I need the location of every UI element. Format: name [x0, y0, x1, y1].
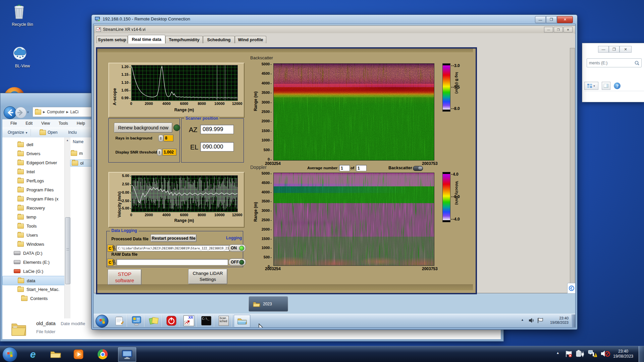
taskbar-shutdown-icon[interactable] [163, 315, 179, 327]
change-lidar-settings-button[interactable]: Change LiDARSettings [188, 269, 227, 284]
start-button[interactable] [2, 347, 17, 362]
close-button[interactable]: ✕ [557, 16, 573, 23]
tray-action-center-icon[interactable] [565, 350, 572, 359]
tree-item-intel[interactable]: Intel [2, 167, 64, 176]
taskbar-notepad-icon[interactable] [111, 315, 127, 327]
average-number-field-2[interactable]: 1 [356, 165, 367, 171]
tree-item-data-d-[interactable]: DATA (D:) [2, 249, 64, 257]
restore-button[interactable]: ❐ [554, 27, 563, 33]
tab-system-setup[interactable]: System setup [96, 36, 128, 43]
remote-start-button[interactable] [96, 315, 108, 327]
help-icon[interactable]: ? [614, 82, 621, 89]
breadcrumb[interactable]: ▶ Computer ▶ LaCi [33, 107, 96, 117]
show-desktop-button[interactable] [639, 346, 644, 362]
backscatter-toggle-switch[interactable] [413, 166, 423, 171]
nav-dropdown-icon[interactable]: ▼ [26, 111, 30, 114]
tray-action-center-icon[interactable] [537, 317, 544, 325]
minimize-button[interactable]: — [598, 46, 609, 53]
logging-off-button[interactable]: OFF [228, 258, 246, 266]
tree-item-program-files-x[interactable]: Program Files (x [2, 194, 64, 203]
change-view-button[interactable]: ▼ [584, 82, 598, 90]
menu-item-view[interactable]: View [41, 121, 50, 126]
forward-button[interactable] [15, 107, 26, 118]
remote-clock[interactable]: 23:40 19/08/2023 [543, 316, 569, 325]
rays-value-field[interactable]: 8 [164, 135, 173, 141]
tree-item-start-here-mac-[interactable]: Start_Here_Mac. [2, 285, 64, 294]
side-panel-arrow-icon[interactable] [567, 283, 576, 294]
raw-path-field[interactable] [116, 259, 228, 265]
breadcrumb-computer[interactable]: Computer [47, 110, 65, 114]
list-item[interactable]: m [71, 151, 83, 156]
tab-wind-profile[interactable]: Wind profile [235, 36, 266, 43]
tree-item-temp[interactable]: temp [2, 213, 64, 221]
tree-item-dell[interactable]: dell [2, 140, 64, 149]
el-value-field[interactable]: 090.000 [200, 142, 234, 152]
tree-item-program-files[interactable]: Program Files [2, 185, 64, 194]
rdp-titlebar[interactable]: 192.168.0.150 - Remote Desktop Connectio… [95, 16, 190, 21]
remote-show-desktop-button[interactable] [571, 314, 575, 327]
taskbar-rdp-icon[interactable] [118, 347, 136, 362]
menu-item-tools[interactable]: Tools [59, 121, 68, 126]
column-header-name[interactable]: Name [73, 139, 84, 144]
old-data-folder-icon[interactable] [11, 320, 26, 337]
tab-temp-humidity[interactable]: Temp/humidity [165, 36, 203, 43]
organize-button[interactable]: Organize ▼ [8, 130, 28, 135]
tray-expand-icon[interactable]: ▲ [556, 351, 559, 355]
taskbar-sticky-notes-icon[interactable] [146, 315, 162, 327]
close-button[interactable]: ✕ [620, 46, 632, 53]
taskbar-streamline-xr-icon[interactable]: XR [181, 315, 197, 327]
tree-item-edgeport-driver[interactable]: Edgeport Driver [2, 158, 64, 167]
stop-software-button[interactable]: STOPsoftware [108, 269, 142, 285]
tree-item-tools[interactable]: Tools [2, 222, 64, 230]
preview-pane-button[interactable] [602, 82, 610, 90]
search-input[interactable]: ments (E:) [587, 58, 642, 67]
minimize-button[interactable]: — [535, 16, 546, 23]
tree-scrollbar[interactable]: ▲ [64, 137, 70, 320]
close-button[interactable]: ✕ [564, 27, 573, 33]
minimize-button[interactable]: — [544, 27, 553, 33]
snr-stepper[interactable]: ▲▼ [157, 149, 162, 156]
scroll-up-icon[interactable]: ▲ [66, 139, 69, 142]
processed-path-field[interactable]: C:\Lidar\Data\Proc\2023\202308\20230819\… [116, 245, 229, 251]
vi-scrollbar[interactable] [570, 48, 575, 291]
open-button[interactable]: Open [48, 130, 57, 135]
taskbar-media-player-icon[interactable] [70, 347, 87, 361]
average-number-field-1[interactable]: 1 [339, 165, 350, 171]
host-clock[interactable]: 23:40 19/08/2023 [609, 349, 637, 359]
back-button[interactable] [4, 106, 16, 119]
selected-file-name[interactable]: old_data [36, 320, 56, 326]
labview-titlebar[interactable]: StreamLine XR v14-6.vi — ❐ ✕ [94, 26, 575, 34]
scrollbar-thumb[interactable] [65, 217, 70, 284]
logging-on-button[interactable]: ON [228, 244, 246, 252]
restart-processed-file-button[interactable]: Restart processed file [151, 234, 197, 242]
taskbar-chrome-icon[interactable] [94, 347, 111, 361]
tray-network-icon[interactable]: ! [588, 350, 597, 359]
include-button[interactable]: Inclu [68, 130, 76, 135]
tab-real-time-data[interactable]: Real time data [128, 35, 165, 44]
tree-item-windows[interactable]: Windows [2, 240, 64, 248]
maximize-button[interactable]: ❐ [546, 16, 557, 23]
breadcrumb-drive[interactable]: LaCi [70, 110, 79, 114]
tab-scheduling[interactable]: Scheduling [203, 36, 235, 43]
menu-item-file[interactable]: File [10, 121, 17, 126]
taskbar-scan-sched-icon[interactable]: Scansched [216, 315, 232, 327]
az-value-field[interactable]: 089.999 [200, 125, 234, 134]
taskbar-system-config-icon[interactable] [128, 315, 145, 327]
taskbar-explorer-icon[interactable] [47, 347, 64, 361]
tree-item-perflogs[interactable]: PerfLogs [2, 176, 64, 185]
menu-item-help[interactable]: Help [77, 121, 85, 126]
menu-item-edit[interactable]: Edit [25, 121, 33, 126]
tree-item-data[interactable]: data [2, 276, 64, 285]
tree-item-contents[interactable]: Contents [2, 294, 64, 303]
maximize-button[interactable]: ❐ [609, 46, 620, 53]
tray-battery-icon[interactable] [576, 350, 584, 359]
tree-item-elements-e-[interactable]: Elements (E:) [2, 258, 64, 266]
snr-value-field[interactable]: 1.002 [162, 149, 176, 156]
tree-item-recovery[interactable]: Recovery [2, 203, 64, 212]
tray-volume-icon[interactable] [528, 317, 534, 325]
folder-2023-taskbar-button[interactable]: 2023 [249, 296, 288, 312]
taskbar-explorer-icon[interactable] [234, 315, 250, 327]
tree-item-lacie-g-[interactable]: LaCie (G:) [2, 267, 64, 276]
taskbar-cmd-icon[interactable]: C:\_ [198, 315, 214, 327]
rays-stepper[interactable]: ▲▼ [158, 135, 163, 142]
